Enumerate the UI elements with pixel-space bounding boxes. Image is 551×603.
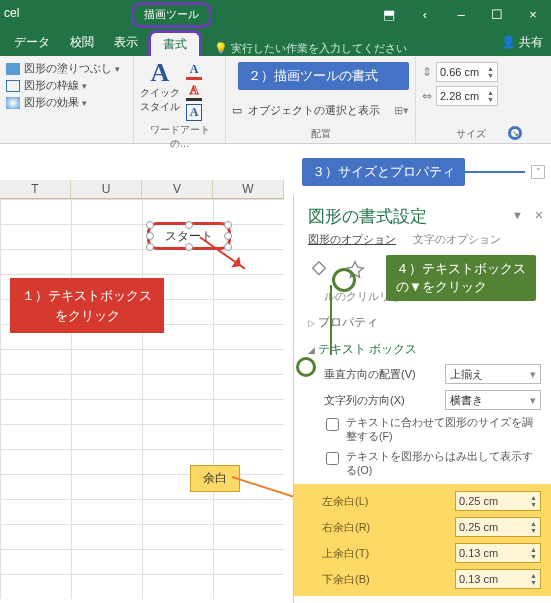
margin-bottom-label: 下余白(B) — [322, 572, 370, 587]
col-header[interactable]: V — [142, 180, 213, 198]
callout-3: ３）サイズとプロパティ — [302, 158, 465, 186]
margin-top-input[interactable]: 0.13 cm▲▼ — [455, 543, 541, 563]
resize-handle[interactable] — [146, 221, 154, 229]
margin-left-label: 左余白(L) — [322, 494, 368, 509]
margins-section: 左余白(L) 0.25 cm▲▼ 右余白(R) 0.25 cm▲▼ 上余白(T)… — [294, 484, 551, 596]
height-icon: ⇕ — [422, 65, 432, 79]
shape-options-tab[interactable]: 図形のオプション — [308, 233, 396, 245]
text-options-tab[interactable]: 文字のオプション — [413, 233, 501, 245]
share-icon: 👤 — [501, 35, 516, 49]
pane-menu-icon[interactable]: ▼ — [512, 209, 523, 221]
callout-textbox-circle — [296, 357, 316, 377]
app-name: cel — [0, 0, 27, 28]
text-effects-icon[interactable]: A — [186, 104, 202, 121]
tell-me[interactable]: 💡 実行したい作業を入力してください — [214, 41, 407, 56]
autosize-checkbox[interactable] — [326, 418, 339, 431]
fill-line-icon[interactable] — [308, 259, 330, 281]
shape-width-input[interactable]: 2.28 cm▲▼ — [436, 86, 498, 106]
tab-data[interactable]: データ — [4, 29, 60, 56]
worksheet[interactable]: T U V W — [0, 180, 284, 599]
margin-right-input[interactable]: 0.25 cm▲▼ — [455, 517, 541, 537]
col-header[interactable]: U — [71, 180, 142, 198]
callout-4-line — [328, 285, 334, 355]
pane-title: 図形の書式設定 — [308, 205, 541, 228]
tab-review[interactable]: 校閲 — [60, 29, 104, 56]
shape-fill-button[interactable]: 図形の塗りつぶし▾ — [6, 60, 127, 77]
group-arrange: 配置 — [232, 127, 409, 141]
ribbon-tabs: データ 校閲 表示 書式 💡 実行したい作業を入力してください 👤 共有 — [0, 28, 551, 56]
textbox-shape[interactable]: スタート — [147, 222, 231, 250]
width-icon: ⇔ — [422, 89, 432, 103]
wordart-quick-styles[interactable]: A クイック スタイル — [140, 60, 180, 114]
help-arrow-icon[interactable]: ‹ — [407, 0, 443, 28]
text-direction-label: 文字列の方向(X) — [324, 393, 405, 408]
callout-4-circle — [332, 268, 356, 292]
shape-outline-button[interactable]: 図形の枠線▾ — [6, 77, 127, 94]
margin-top-label: 上余白(T) — [322, 546, 369, 561]
overflow-checkbox[interactable] — [326, 452, 339, 465]
resize-handle[interactable] — [146, 243, 154, 251]
lightbulb-icon: 💡 — [214, 42, 228, 55]
share-button[interactable]: 👤 共有 — [493, 29, 551, 56]
tab-format[interactable]: 書式 — [148, 30, 202, 56]
text-outline-icon[interactable]: A — [186, 83, 202, 101]
resize-handle[interactable] — [224, 221, 232, 229]
callout-2: ２）描画ツールの書式 — [238, 62, 409, 90]
format-shape-pane: ▼ × 図形の書式設定 図形のオプション 文字のオプション ４）テキストボックス… — [293, 195, 551, 603]
callout-1: １）テキストボックス をクリック — [10, 278, 164, 333]
vertical-align-label: 垂直方向の配置(V) — [324, 367, 416, 382]
margin-bottom-input[interactable]: 0.13 cm▲▼ — [455, 569, 541, 589]
align-icon[interactable]: ⊞▾ — [394, 104, 409, 117]
minimize-button[interactable]: ‒ — [443, 0, 479, 28]
selection-pane-button[interactable]: オブジェクトの選択と表示 — [248, 103, 380, 118]
resize-handle[interactable] — [185, 243, 193, 251]
section-properties[interactable]: プロパティ — [308, 314, 541, 331]
pane-close-button[interactable]: × — [535, 207, 543, 223]
column-headers: T U V W — [0, 180, 284, 199]
text-direction-select[interactable]: 横書き▾ — [445, 390, 541, 410]
margin-left-input[interactable]: 0.25 cm▲▼ — [455, 491, 541, 511]
group-wordart: ワードアートの… — [140, 123, 219, 151]
resize-handle[interactable] — [185, 221, 193, 229]
pane-option-tabs: 図形のオプション 文字のオプション — [308, 232, 541, 247]
size-dialog-launcher[interactable]: ↘ — [508, 126, 522, 140]
title-bar: cel 描画ツール ⬒ ‹ ‒ ☐ × — [0, 0, 551, 28]
ribbon-display-icon[interactable]: ⬒ — [371, 0, 407, 28]
section-textbox[interactable]: テキスト ボックス — [308, 341, 541, 358]
overflow-label: テキストを図形からはみ出して表示する(O) — [346, 450, 541, 478]
tab-view[interactable]: 表示 — [104, 29, 148, 56]
selection-pane-icon[interactable]: ▭ — [232, 104, 242, 117]
callout-4: ４）テキストボックスの▼をクリック — [386, 255, 536, 301]
shape-effects-button[interactable]: 図形の効果▾ — [6, 94, 127, 111]
formula-bar-expand[interactable]: ˅ — [531, 165, 545, 179]
margin-right-label: 右余白(R) — [322, 520, 370, 535]
group-size: サイズ — [422, 127, 520, 141]
callout-3-row: ３）サイズとプロパティ ˅ — [302, 158, 545, 186]
resize-handle[interactable] — [224, 243, 232, 251]
ribbon: 図形の塗りつぶし▾ 図形の枠線▾ 図形の効果▾ A クイック スタイル A A … — [0, 56, 551, 144]
tell-me-placeholder: 実行したい作業を入力してください — [231, 41, 407, 56]
vertical-align-select[interactable]: 上揃え▾ — [445, 364, 541, 384]
text-fill-icon[interactable]: A — [186, 62, 202, 80]
autosize-label: テキストに合わせて図形のサイズを調整する(F) — [346, 416, 541, 444]
resize-handle[interactable] — [146, 232, 154, 240]
shape-height-input[interactable]: 0.66 cm▲▼ — [436, 62, 498, 82]
resize-handle[interactable] — [224, 232, 232, 240]
col-header[interactable]: W — [213, 180, 284, 198]
context-tab-drawing-tools[interactable]: 描画ツール — [131, 2, 212, 28]
close-button[interactable]: × — [515, 0, 551, 28]
col-header[interactable]: T — [0, 180, 71, 198]
maximize-button[interactable]: ☐ — [479, 0, 515, 28]
